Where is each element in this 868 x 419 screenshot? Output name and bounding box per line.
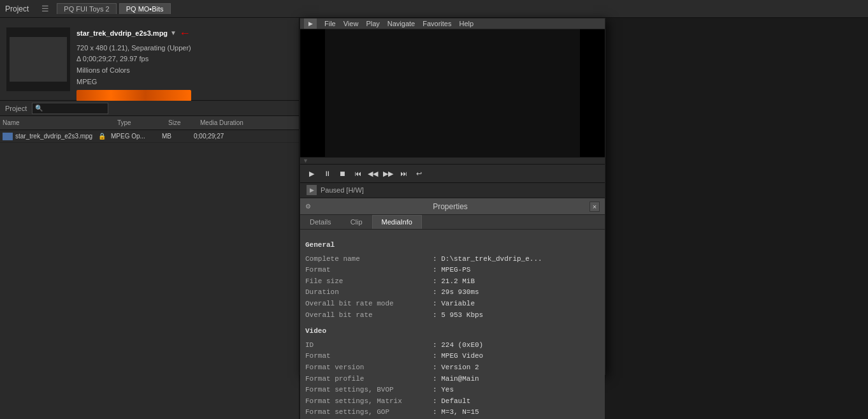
dialog-title-text: Properties (311, 202, 590, 211)
file-size: MB (162, 133, 194, 140)
player-status-text: Paused [H/W] (321, 186, 364, 194)
file-name: star_trek_dvdrip_e2s3.mpg (15, 133, 98, 140)
properties-dialog: ▶ File View Play Navigate Favorites Help… (300, 18, 605, 375)
filename-row: star_trek_dvdrip_e2s3.mpg ▼ ← (76, 24, 191, 43)
thumbnail-image (10, 37, 67, 82)
vertical-scroll-indicator: ▼ (300, 157, 605, 164)
info-format-bvop: Format settings, BVOP : Yes (305, 385, 600, 396)
columns-header: Name Type Size Media Duration (0, 116, 299, 130)
dialog-title-bar: ⚙ Properties × (300, 198, 605, 215)
dimensions-text: 720 x 480 (1.21), Separating (Upper) (76, 43, 191, 54)
top-bar-tabs: PQ FUI Toys 2 PQ MO•Bits (57, 3, 170, 14)
project-panel-title: Project (5, 105, 27, 112)
play-button[interactable]: ▶ (305, 167, 318, 180)
dialog-tabs: Details Clip MediaInfo (300, 215, 605, 230)
filename-text: star_trek_dvdrip_e2s3.mpg (76, 28, 168, 40)
col-header-name: Name (3, 119, 105, 126)
properties-inner: ⚙ Properties × Details Clip MediaInfo Ge… (300, 197, 605, 419)
audio-waveform (76, 90, 191, 101)
dialog-app-icon: ▶ (304, 18, 317, 29)
format-text: MPEG (76, 77, 191, 88)
col-header-duration: Media Duration (200, 119, 251, 126)
col-header-type: Type (117, 119, 168, 126)
info-bitrate-mode-gen: Overall bit rate mode : Variable (305, 298, 600, 310)
general-section-title: General (305, 240, 600, 251)
top-bar: Project ☰ PQ FUI Toys 2 PQ MO•Bits (0, 0, 868, 18)
dialog-menubar: ▶ File View Play Navigate Favorites Help (300, 18, 605, 29)
media-thumbnail (6, 27, 70, 91)
project-panel: Project 🔍 Name Type Size Media Duration … (0, 101, 299, 419)
menu-help[interactable]: Help (459, 20, 474, 27)
dropdown-arrow[interactable]: ▼ (170, 28, 177, 38)
player-controls-bar: ▶ ⏸ ⏹ ⏮ ◀◀ ▶▶ ⏭ ↩ (300, 164, 605, 182)
project-label: Project (5, 4, 29, 13)
media-area: star_trek_dvdrip_e2s3.mpg ▼ ← 720 x 480 … (0, 18, 299, 101)
info-format-gop: Format settings, GOP : M=3, N=15 (305, 407, 600, 418)
file-type: MPEG Op... (111, 133, 162, 140)
info-format-matrix: Format settings, Matrix : Default (305, 396, 600, 408)
menu-play[interactable]: Play (366, 20, 379, 27)
info-filesize: File size : 21.2 MiB (305, 276, 600, 288)
project-panel-header: Project 🔍 (0, 101, 299, 116)
player-status-bar: ▶ Paused [H/W] (300, 182, 605, 197)
step-back-frame[interactable]: ◀◀ (366, 167, 379, 180)
file-row[interactable]: star_trek_dvdrip_e2s3.mpg 🔒 MPEG Op... M… (0, 130, 299, 143)
tab-clip[interactable]: Clip (341, 215, 372, 229)
search-bar[interactable]: 🔍 (32, 103, 108, 114)
hamburger-icon[interactable]: ☰ (41, 4, 49, 13)
mediainfo-scroll[interactable]: General Complete name : D:\star_trek_dvd… (300, 230, 605, 419)
color-text: Millions of Colors (76, 65, 191, 77)
menu-favorites[interactable]: Favorites (423, 20, 451, 27)
info-complete-name: Complete name : D:\star_trek_dvdrip_e... (305, 254, 600, 265)
red-arrow-source: ← (179, 24, 191, 43)
menu-navigate[interactable]: Navigate (387, 20, 415, 27)
left-panel: star_trek_dvdrip_e2s3.mpg ▼ ← 720 x 480 … (0, 18, 300, 419)
dialog-close-button[interactable]: × (590, 202, 600, 212)
info-bitrate-gen: Overall bit rate : 5 953 Kbps (305, 310, 600, 321)
loop-button[interactable]: ↩ (412, 167, 425, 180)
info-format-vid: Format : MPEG Video (305, 351, 600, 362)
stop-button[interactable]: ⏹ (336, 167, 349, 180)
info-format-profile: Format profile : Main@Main (305, 374, 600, 385)
menu-view[interactable]: View (344, 20, 359, 27)
status-icon: ▶ (307, 185, 317, 195)
step-forward-frame[interactable]: ▶▶ (382, 167, 394, 180)
step-back-button[interactable]: ⏮ (351, 167, 364, 180)
file-duration: 0;00;29;27 (194, 133, 245, 140)
media-info: star_trek_dvdrip_e2s3.mpg ▼ ← 720 x 480 … (76, 18, 191, 100)
info-format: Format : MPEG-PS (305, 265, 600, 276)
info-format-version: Format version : Version 2 (305, 362, 600, 374)
main-layout: star_trek_dvdrip_e2s3.mpg ▼ ← 720 x 480 … (0, 18, 868, 419)
pause-button[interactable]: ⏸ (321, 167, 333, 180)
info-duration-gen: Duration : 29s 930ms (305, 287, 600, 298)
file-lock-icon: 🔒 (98, 133, 111, 140)
info-id: ID : 224 (0xE0) (305, 340, 600, 351)
tab-pq-fui[interactable]: PQ FUI Toys 2 (57, 3, 116, 14)
col-header-size: Size (168, 119, 200, 126)
timecode-text: Δ 0;00;29;27, 29.97 fps (76, 54, 191, 65)
step-forward-button[interactable]: ⏭ (397, 167, 410, 180)
player-area (300, 29, 605, 157)
file-icon (3, 133, 13, 140)
tab-mediainfo[interactable]: MediaInfo (372, 215, 422, 229)
tab-pq-mo[interactable]: PQ MO•Bits (119, 3, 171, 14)
video-section-title: Video (305, 326, 600, 337)
dialog-content: General Complete name : D:\star_trek_dvd… (300, 230, 605, 419)
menu-file[interactable]: File (324, 20, 336, 27)
scroll-arrow-icon: ▼ (303, 158, 308, 164)
dialog-icon: ⚙ (305, 203, 311, 210)
search-icon: 🔍 (35, 105, 43, 112)
tab-details[interactable]: Details (300, 215, 341, 229)
